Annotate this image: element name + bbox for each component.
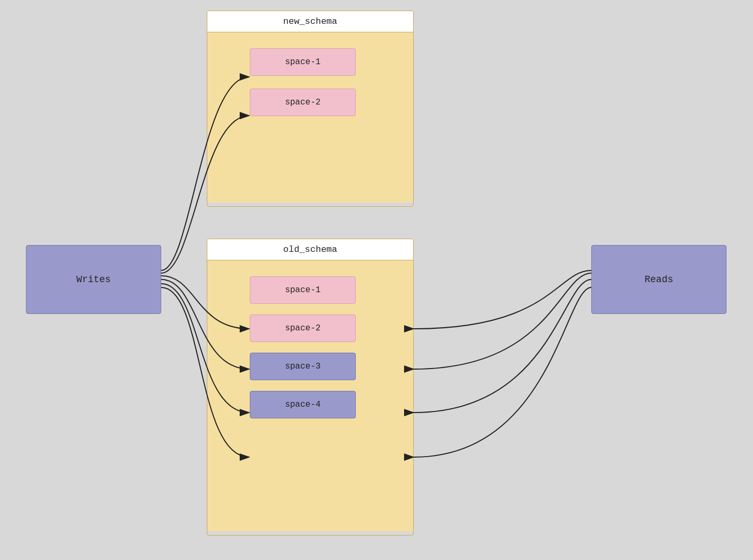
writes-to-old-space4-arrow — [161, 287, 249, 457]
reads-from-old-space2-arrow — [414, 273, 591, 369]
writes-to-new-space2-arrow — [161, 116, 249, 273]
writes-to-old-space2-arrow — [161, 279, 249, 369]
writes-to-old-space3-arrow — [161, 284, 249, 413]
reads-from-old-space4-arrow — [414, 287, 591, 457]
reads-from-old-space3-arrow — [414, 279, 591, 413]
writes-to-new-space1-arrow — [161, 77, 249, 270]
diagram-svg — [0, 0, 753, 560]
reads-from-old-space1-arrow — [414, 270, 591, 329]
